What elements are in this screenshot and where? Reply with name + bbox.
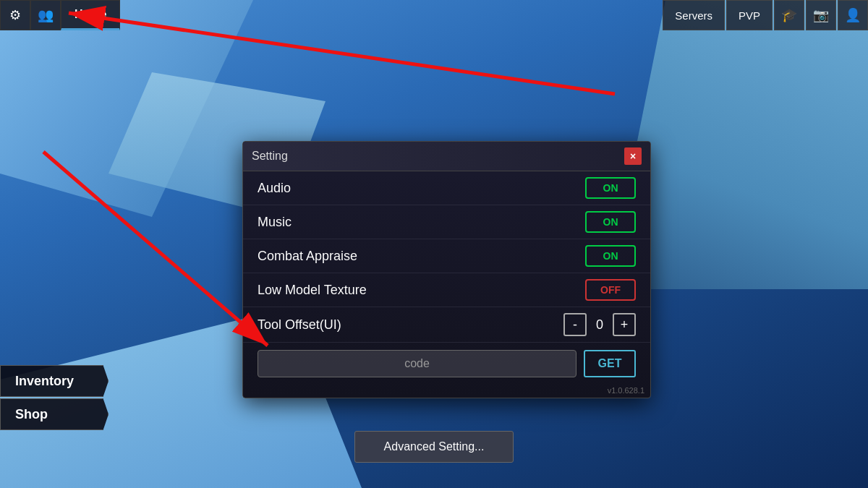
nav-right-section: Servers PVP 🎓 📷 👤 — [663, 0, 868, 30]
version-text: v1.0.628.1 — [243, 385, 650, 398]
low-model-texture-label: Low Model Texture — [258, 283, 367, 298]
dialog-header: Setting × — [243, 142, 650, 171]
code-input[interactable]: code — [258, 350, 576, 377]
bottom-left-buttons: Inventory Shop — [0, 365, 109, 430]
offset-value: 0 — [592, 317, 607, 333]
low-model-texture-setting-row: Low Model Texture OFF — [243, 273, 650, 307]
people-icon-button[interactable]: 👥 — [30, 0, 61, 30]
combat-appraise-label: Combat Appraise — [258, 249, 357, 264]
hat-icon: 🎓 — [781, 7, 797, 23]
code-row: code GET — [243, 343, 650, 385]
advanced-setting-button[interactable]: Advanced Setting... — [354, 431, 514, 463]
person-icon: 👤 — [845, 7, 861, 23]
combat-appraise-setting-row: Combat Appraise ON — [243, 239, 650, 273]
music-label: Music — [258, 215, 292, 230]
audio-toggle[interactable]: ON — [585, 177, 636, 199]
top-navigation: ⚙ 👥 Home Servers PVP 🎓 📷 👤 — [0, 0, 868, 30]
music-setting-row: Music ON — [243, 205, 650, 239]
get-button[interactable]: GET — [584, 350, 636, 377]
tool-offset-label: Tool Offset(UI) — [258, 317, 341, 333]
offset-minus-button[interactable]: - — [563, 313, 587, 336]
shop-label: Shop — [15, 407, 48, 422]
home-button[interactable]: Home — [61, 0, 120, 30]
servers-button[interactable]: Servers — [663, 0, 725, 30]
home-label: Home — [75, 8, 106, 21]
code-placeholder: code — [404, 357, 430, 370]
inventory-label: Inventory — [15, 374, 74, 389]
low-model-texture-toggle[interactable]: OFF — [585, 279, 636, 301]
audio-setting-row: Audio ON — [243, 171, 650, 205]
settings-dialog: Setting × Audio ON Music ON Combat Appra… — [242, 141, 651, 398]
gear-icon: ⚙ — [9, 7, 21, 23]
offset-plus-button[interactable]: + — [613, 313, 636, 336]
photo-icon: 📷 — [813, 7, 829, 23]
music-toggle[interactable]: ON — [585, 211, 636, 233]
person-icon-button[interactable]: 👤 — [838, 0, 868, 30]
shop-button[interactable]: Shop — [0, 398, 109, 430]
people-icon: 👥 — [38, 7, 54, 23]
pvp-label: PVP — [739, 9, 760, 22]
audio-label: Audio — [258, 181, 291, 196]
inventory-button[interactable]: Inventory — [0, 365, 109, 397]
offset-control: - 0 + — [563, 313, 636, 336]
pvp-button[interactable]: PVP — [726, 0, 773, 30]
tool-offset-setting-row: Tool Offset(UI) - 0 + — [243, 307, 650, 343]
photo-icon-button[interactable]: 📷 — [806, 0, 836, 30]
gear-icon-button[interactable]: ⚙ — [0, 0, 30, 30]
dialog-title: Setting — [252, 150, 288, 163]
dialog-close-button[interactable]: × — [624, 147, 642, 165]
hat-icon-button[interactable]: 🎓 — [774, 0, 804, 30]
servers-label: Servers — [675, 9, 712, 22]
combat-appraise-toggle[interactable]: ON — [585, 245, 636, 267]
